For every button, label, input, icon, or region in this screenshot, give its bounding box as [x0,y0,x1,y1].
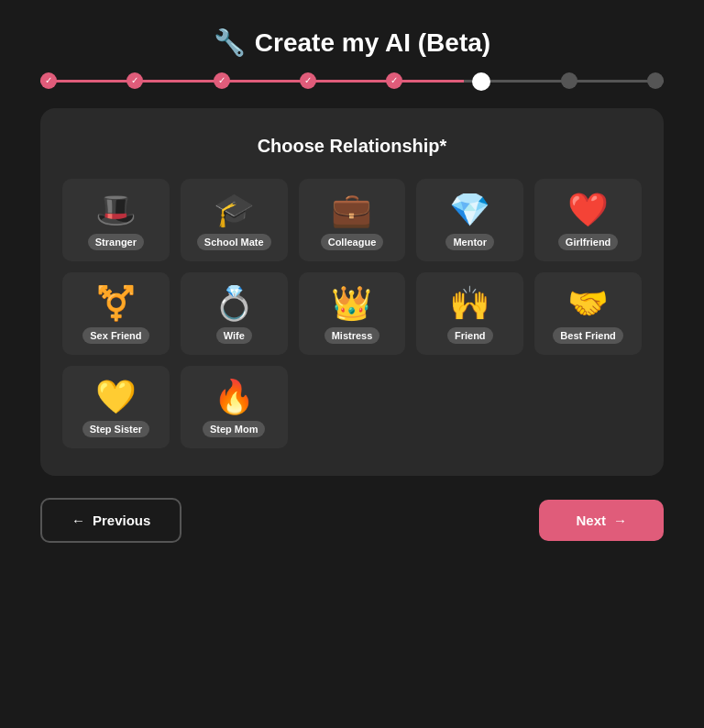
page-title: 🔧 Create my AI (Beta) [214,28,490,58]
title-icon: 🔧 [214,28,246,58]
colleague-icon: 💼 [331,193,372,226]
relationship-item-girlfriend[interactable]: ❤️Girlfriend [534,179,642,261]
friend-label: Friend [447,327,493,344]
mentor-label: Mentor [446,234,494,250]
colleague-label: Colleague [321,234,384,250]
progress-dot-6 [472,72,490,91]
sex-friend-label: Sex Friend [82,327,148,344]
relationship-item-mistress[interactable]: 👑Mistress [299,272,406,355]
mistress-icon: 👑 [331,287,372,320]
relationship-item-stranger[interactable]: 🎩Stranger [62,179,170,261]
friend-icon: 🙌 [449,287,490,320]
relationship-item-colleague[interactable]: 💼Colleague [299,179,406,261]
step-mom-label: Step Mom [203,421,266,437]
relationship-item-step-sister[interactable]: 💛Step Sister [62,366,170,448]
school-mate-label: School Mate [197,234,271,250]
next-label: Next [576,513,606,528]
progress-dot-4: ✓ [300,72,316,89]
girlfriend-label: Girlfriend [558,234,619,250]
sex-friend-icon: ⚧️ [95,287,137,320]
step-sister-icon: 💛 [95,381,137,414]
mistress-label: Mistress [324,327,380,344]
progress-dots: ✓ ✓ ✓ ✓ ✓ [40,72,664,91]
step-sister-label: Step Sister [82,421,149,437]
mentor-icon: 💎 [449,193,490,226]
next-button[interactable]: Next → [539,500,664,541]
previous-label: Previous [93,513,150,528]
relationship-item-friend[interactable]: 🙌Friend [416,272,523,355]
progress-dot-8 [647,72,664,89]
relationship-grid: 🎩Stranger🎓School Mate💼Colleague💎Mentor❤️… [62,179,642,448]
wife-label: Wife [216,327,252,344]
relationship-item-best-friend[interactable]: 🤝Best Friend [534,272,642,355]
progress-bar-container: ✓ ✓ ✓ ✓ ✓ [40,80,664,83]
school-mate-icon: 🎓 [214,193,255,226]
next-arrow-icon: → [613,513,627,528]
best-friend-label: Best Friend [553,327,623,344]
relationship-card: Choose Relationship* 🎩Stranger🎓School Ma… [40,108,664,476]
step-mom-icon: 🔥 [214,381,255,414]
relationship-item-sex-friend[interactable]: ⚧️Sex Friend [62,272,170,355]
stranger-icon: 🎩 [95,193,137,226]
progress-dot-1: ✓ [40,72,57,89]
previous-button[interactable]: ← Previous [40,498,182,543]
wife-icon: 💍 [214,287,255,320]
progress-dot-2: ✓ [126,72,143,89]
relationship-item-mentor[interactable]: 💎Mentor [416,179,523,261]
relationship-item-step-mom[interactable]: 🔥Step Mom [181,366,288,448]
progress-dot-5: ✓ [386,72,402,89]
nav-buttons: ← Previous Next → [40,498,664,543]
relationship-item-school-mate[interactable]: 🎓School Mate [181,179,288,261]
stranger-label: Stranger [88,234,144,250]
title-text: Create my AI (Beta) [255,28,490,58]
card-title: Choose Relationship* [62,136,642,157]
previous-arrow-icon: ← [72,513,85,528]
progress-track: ✓ ✓ ✓ ✓ ✓ [40,80,664,83]
progress-dot-3: ✓ [214,72,230,89]
progress-dot-7 [561,72,578,89]
relationship-item-wife[interactable]: 💍Wife [181,272,288,355]
page-wrapper: 🔧 Create my AI (Beta) ✓ ✓ ✓ ✓ ✓ Choose R… [0,0,704,728]
girlfriend-icon: ❤️ [567,193,609,226]
best-friend-icon: 🤝 [567,287,609,320]
